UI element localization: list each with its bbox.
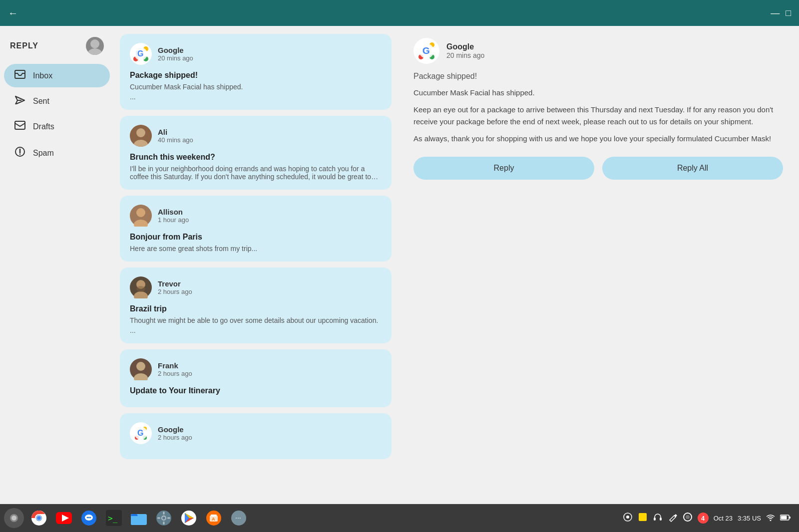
detail-body-1: Cucumber Mask Facial has shipped.	[413, 87, 783, 99]
spam-icon	[14, 146, 26, 160]
taskbar-date: Oct 23	[714, 515, 733, 522]
sidebar-item-inbox[interactable]: Inbox	[4, 64, 110, 87]
list-item[interactable]: G G Google 20 mins ago Package shippe	[120, 34, 392, 110]
taskbar-app-settings[interactable]	[153, 507, 175, 529]
app-container: REPLY Inbox Sent	[0, 26, 799, 504]
sidebar-item-spam[interactable]: Spam	[4, 140, 110, 166]
headphone-icon[interactable]	[653, 512, 663, 525]
taskbar-app-files[interactable]	[128, 507, 150, 529]
avatar: G G	[130, 422, 152, 444]
svg-rect-64	[163, 512, 165, 515]
email-subject: Brazil trip	[130, 304, 382, 313]
svg-point-49	[37, 516, 41, 520]
taskbar-apps: >_	[28, 507, 250, 529]
sidebar-label-spam: Spam	[33, 149, 54, 158]
circle-dot-icon[interactable]	[683, 512, 693, 525]
email-preview: Here are some great shots from my trip..…	[130, 245, 382, 253]
notification-badge[interactable]: 4	[698, 513, 709, 524]
title-bar: ← — □	[0, 0, 799, 26]
svg-rect-5	[15, 121, 25, 129]
svg-rect-67	[167, 518, 170, 519]
launcher-button[interactable]	[4, 508, 24, 528]
sidebar-label-inbox: Inbox	[33, 71, 52, 80]
email-preview: Thought we might be able to go over some…	[130, 316, 382, 324]
email-time: 2 hours ago	[158, 288, 192, 295]
svg-text:>_: >_	[108, 514, 118, 523]
svg-point-55	[88, 517, 90, 519]
svg-rect-88	[781, 516, 787, 519]
svg-point-1	[88, 48, 102, 55]
taskbar-right: 4 Oct 23 3:35 US	[623, 512, 795, 525]
email-time: 1 hour ago	[158, 216, 189, 224]
svg-point-86	[770, 520, 772, 521]
avatar	[130, 276, 152, 298]
battery-icon[interactable]	[780, 513, 791, 524]
taskbar-app-archive[interactable]: A	[203, 507, 225, 529]
list-item[interactable]: Allison 1 hour ago Bonjour from Paris He…	[120, 196, 392, 262]
taskbar: >_	[0, 504, 799, 532]
minimize-button[interactable]: —	[771, 8, 780, 18]
list-item[interactable]: G G Google 2 hours ago	[120, 413, 392, 459]
svg-rect-81	[639, 513, 647, 521]
svg-rect-65	[163, 522, 165, 525]
detail-actions: Reply Reply All	[413, 157, 783, 180]
inbox-icon	[14, 70, 26, 81]
detail-sender: Google	[446, 42, 484, 51]
back-button[interactable]: ←	[8, 7, 18, 19]
svg-text:G: G	[137, 49, 143, 58]
svg-rect-89	[789, 517, 791, 519]
svg-point-21	[136, 208, 145, 217]
svg-point-26	[136, 286, 145, 292]
taskbar-app-messages[interactable]	[78, 507, 100, 529]
detail-body-3: Keep an eye out for a package to arrive …	[413, 104, 783, 128]
taskbar-time: 3:35 US	[738, 515, 761, 522]
list-item[interactable]: Trevor 2 hours ago Brazil trip Thought w…	[120, 267, 392, 343]
detail-time: 20 mins ago	[446, 51, 484, 59]
sidebar-label-drafts: Drafts	[33, 122, 54, 131]
svg-point-85	[686, 515, 690, 519]
taskbar-app-playstore[interactable]	[178, 507, 200, 529]
pen-icon[interactable]	[668, 512, 678, 525]
maximize-button[interactable]: □	[786, 8, 791, 18]
sidebar-item-sent[interactable]: Sent	[4, 89, 110, 113]
reply-all-button[interactable]: Reply All	[602, 157, 783, 180]
email-time: 20 mins ago	[158, 54, 193, 62]
svg-rect-82	[654, 518, 656, 521]
email-ellipsis: ...	[130, 326, 382, 334]
svg-point-80	[626, 516, 629, 519]
svg-rect-83	[660, 518, 662, 521]
email-subject: Bonjour from Paris	[130, 233, 382, 242]
svg-text:···: ···	[235, 514, 241, 522]
camera-icon[interactable]	[623, 512, 633, 525]
email-list: G G Google 20 mins ago Package shippe	[114, 26, 398, 504]
taskbar-app-terminal[interactable]: >_	[103, 507, 125, 529]
sent-icon	[14, 95, 26, 107]
svg-point-63	[162, 517, 165, 520]
taskbar-left: >_	[4, 507, 250, 529]
taskbar-app-youtube[interactable]	[53, 507, 75, 529]
wifi-icon[interactable]	[766, 513, 775, 524]
taskbar-app-chrome[interactable]	[28, 507, 50, 529]
sidebar: REPLY Inbox Sent	[0, 26, 114, 504]
sidebar-item-drafts[interactable]: Drafts	[4, 115, 110, 138]
reply-button[interactable]: Reply	[413, 157, 594, 180]
title-bar-left: ←	[8, 7, 18, 19]
detail-body-5: As always, thank you for shopping with u…	[413, 133, 783, 145]
email-time: 2 hours ago	[158, 370, 192, 377]
taskbar-app-more[interactable]: ···	[228, 507, 250, 529]
email-subject: Brunch this weekend?	[130, 153, 382, 162]
detail-avatar: G G	[413, 38, 439, 64]
email-ellipsis: ...	[130, 93, 382, 101]
list-item[interactable]: Frank 2 hours ago Update to Your Itinera…	[120, 349, 392, 407]
email-preview: I'll be in your neighborhood doing erran…	[130, 165, 382, 181]
email-sender: Trevor	[158, 279, 192, 288]
email-subject: Update to Your Itinerary	[130, 386, 382, 395]
notes-icon[interactable]	[638, 512, 648, 525]
list-item[interactable]: Ali 40 mins ago Brunch this weekend? I'l…	[120, 116, 392, 190]
avatar	[86, 37, 104, 55]
email-sender: Google	[158, 46, 193, 54]
email-preview: Cucumber Mask Facial has shipped.	[130, 83, 382, 91]
avatar	[130, 205, 152, 227]
detail-subject: Package shipped!	[413, 72, 783, 81]
email-sender: Allison	[158, 208, 189, 216]
